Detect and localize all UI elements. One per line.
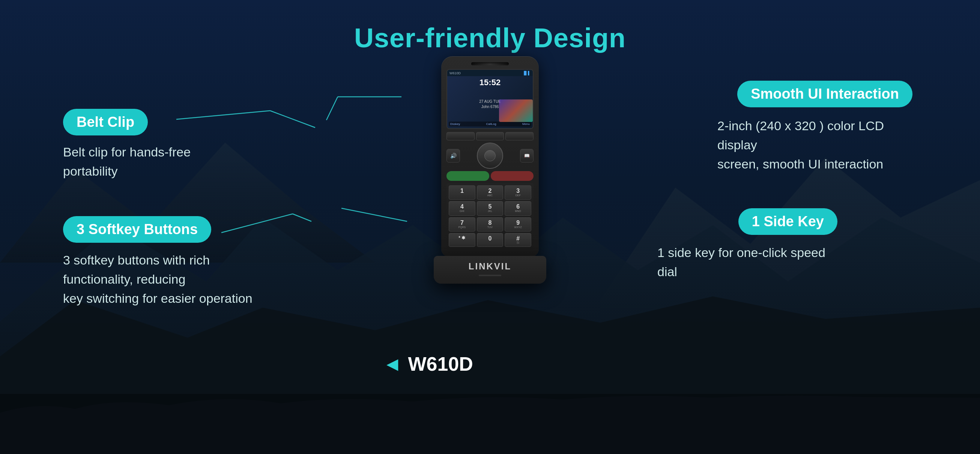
- screen-time: 15:52: [479, 78, 501, 87]
- nav-circle: [477, 143, 503, 169]
- softkey-center: [476, 132, 504, 140]
- key-star: * ✱: [449, 233, 476, 247]
- key-4: 4GHI: [449, 201, 476, 215]
- key-9: 9WXYZ: [504, 217, 531, 231]
- product-name: W610D: [408, 353, 473, 375]
- screen-wallpaper: [499, 99, 533, 122]
- nav-center: [484, 150, 496, 161]
- callout-smooth-ui: Smooth UI Interaction: [737, 81, 912, 107]
- phone-keypad: 1 2ABC 3DEF 4GHI 5JKL 6MNO 7PQRS 8TUV: [447, 183, 533, 249]
- page-title: User-friendly Design: [354, 22, 626, 53]
- key-2: 2ABC: [477, 185, 504, 200]
- key-0: 0: [477, 233, 504, 247]
- brand-label: LINKVIL: [441, 261, 539, 272]
- callout-smooth-ui-desc: 2-inch (240 x 320 ) color LCD display sc…: [718, 116, 912, 174]
- callout-softkey: 3 Softkey Buttons: [63, 216, 211, 243]
- key-8: 8TUV: [477, 217, 504, 231]
- phone-device: W610D ▐▌▌ 15:52 27 AUG TUE John 6786 Dss…: [434, 56, 546, 284]
- phone-screen: W610D ▐▌▌ 15:52 27 AUG TUE John 6786 Dss…: [447, 69, 533, 129]
- screen-date: 27 AUG TUE John 6786: [479, 99, 501, 110]
- key-7: 7PQRS: [449, 217, 476, 231]
- phone-base: LINKVIL: [434, 256, 546, 284]
- callout-belt-clip-desc: Belt clip for hands-free portability: [63, 143, 221, 181]
- charging-indicator: [479, 275, 501, 276]
- phone-handset: W610D ▐▌▌ 15:52 27 AUG TUE John 6786 Dss…: [441, 56, 539, 256]
- nav-row: 🔊 📖: [447, 143, 533, 169]
- product-label: ◄ W610D: [383, 353, 473, 375]
- key-6: 6MNO: [504, 201, 531, 215]
- phone-controls: 🔊 📖: [447, 132, 533, 181]
- key-3: 3DEF: [504, 185, 531, 200]
- product-arrow: ◄: [383, 353, 402, 375]
- call-green-btn: [447, 171, 489, 181]
- callout-side-key: 1 Side Key: [738, 208, 837, 235]
- phone-speaker: [471, 62, 509, 65]
- call-red-btn: [491, 171, 533, 181]
- callout-belt-clip: Belt Clip: [63, 109, 148, 135]
- key-5: 5JKL: [477, 201, 504, 215]
- call-row: [447, 171, 533, 181]
- volume-btn: 🔊: [447, 149, 460, 162]
- key-1: 1: [449, 185, 476, 200]
- softkey-left: [447, 132, 475, 140]
- key-hash: #⬛: [504, 233, 531, 247]
- callout-softkey-desc: 3 softkey buttons with rich functionalit…: [63, 251, 266, 308]
- screen-model: W610D: [449, 71, 461, 75]
- contacts-btn: 📖: [520, 149, 533, 162]
- softkey-row: [447, 132, 533, 140]
- callout-side-key-desc: 1 side key for one-click speed dial: [657, 243, 837, 281]
- screen-signal: ▐▌▌: [523, 71, 531, 75]
- screen-softkeys: Dsskey CallLog Menu: [449, 121, 531, 126]
- softkey-right: [505, 132, 533, 140]
